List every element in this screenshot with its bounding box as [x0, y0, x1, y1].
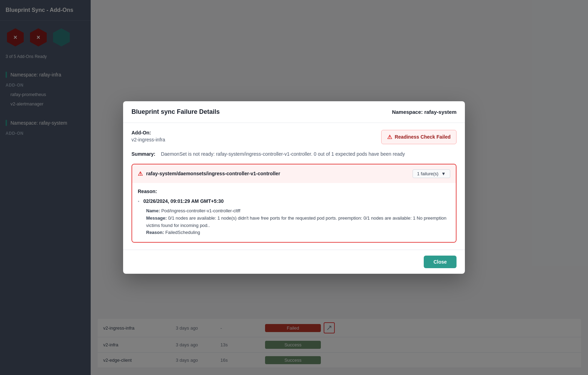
modal-title: Blueprint sync Failure Details: [131, 108, 220, 116]
modal-overlay: Blueprint sync Failure Details Namespace…: [0, 0, 588, 375]
chevron-down-icon: ▼: [441, 171, 446, 176]
modal-body: Add-On: v2-ingress-infra ⚠ Readiness Che…: [123, 123, 465, 250]
reason-reason-line: Reason: FailedScheduling: [146, 229, 450, 236]
failure-box-header: ⚠ rafay-system/daemonsets/ingress-contro…: [132, 164, 456, 183]
reason-name-value: Pod/ingress-controller-v1-controller-clt…: [161, 208, 240, 213]
modal-footer: Close: [123, 250, 465, 274]
failure-count-badge[interactable]: 1 failure(s) ▼: [413, 169, 450, 178]
failure-resource-name: rafay-system/daemonsets/ingress-controll…: [146, 171, 280, 176]
modal-dialog: Blueprint sync Failure Details Namespace…: [123, 101, 465, 274]
reason-timestamp: 02/26/2024, 09:01:29 AM GMT+5:30: [143, 198, 450, 204]
reason-entry: 02/26/2024, 09:01:29 AM GMT+5:30 Name: P…: [138, 198, 450, 236]
readiness-check-badge: ⚠ Readiness Check Failed: [381, 130, 457, 144]
reason-name-label: Name:: [146, 208, 160, 213]
addon-section-value: v2-ingress-infra: [131, 137, 165, 142]
failure-box-body: Reason: 02/26/2024, 09:01:29 AM GMT+5:30…: [132, 183, 456, 242]
reason-section-label: Reason:: [138, 189, 450, 194]
addon-info-row: Add-On: v2-ingress-infra ⚠ Readiness Che…: [131, 130, 457, 144]
reason-message-label: Message:: [146, 215, 167, 221]
reason-detail: Name: Pod/ingress-controller-v1-controll…: [143, 207, 450, 236]
modal-header: Blueprint sync Failure Details Namespace…: [123, 101, 465, 123]
failure-box-title: ⚠ rafay-system/daemonsets/ingress-contro…: [138, 170, 280, 177]
addon-info: Add-On: v2-ingress-infra: [131, 130, 165, 142]
close-button[interactable]: Close: [424, 256, 457, 268]
readiness-badge-text: Readiness Check Failed: [395, 134, 451, 140]
addon-section-label: Add-On:: [131, 130, 165, 135]
summary-value: DaemonSet is not ready: rafay-system/ing…: [161, 151, 405, 157]
reason-name-line: Name: Pod/ingress-controller-v1-controll…: [146, 207, 450, 215]
reason-reason-label: Reason:: [146, 230, 164, 235]
reason-message-value: 0/1 nodes are available: 1 node(s) didn'…: [146, 215, 446, 228]
summary-label: Summary:: [131, 151, 155, 157]
failure-warning-icon: ⚠: [138, 170, 143, 177]
reason-reason-value: FailedScheduling: [165, 230, 200, 235]
failure-box: ⚠ rafay-system/daemonsets/ingress-contro…: [131, 164, 457, 243]
modal-namespace: Namespace: rafay-system: [392, 109, 457, 115]
failure-count-text: 1 failure(s): [417, 171, 438, 176]
reason-message-line: Message: 0/1 nodes are available: 1 node…: [146, 215, 450, 229]
summary-row: Summary: DaemonSet is not ready: rafay-s…: [131, 151, 457, 157]
warning-icon: ⚠: [387, 134, 392, 140]
